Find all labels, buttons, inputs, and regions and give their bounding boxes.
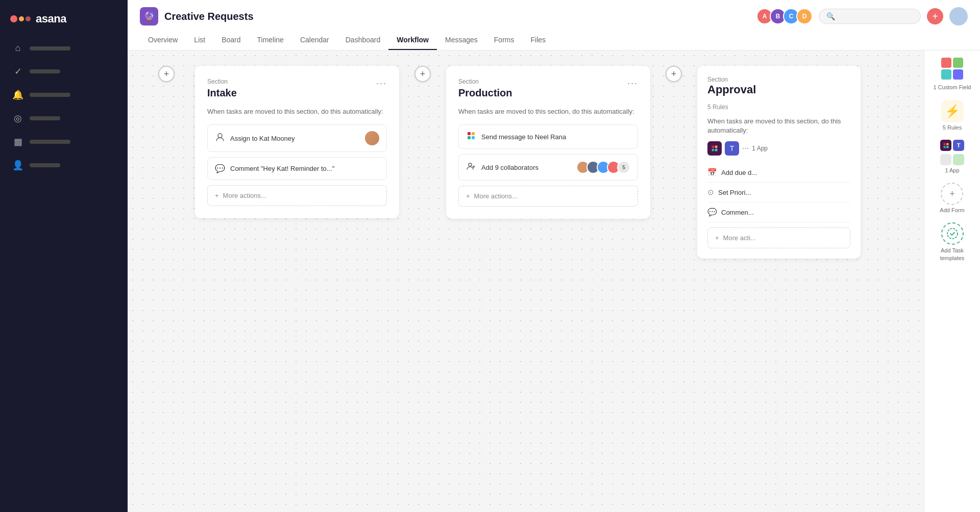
comment-icon-approval: 💬: [707, 208, 717, 217]
add-task-templates-section[interactable]: Add Task templates: [928, 222, 976, 262]
calendar-icon: 📅: [707, 168, 717, 177]
tab-dashboard[interactable]: Dashboard: [337, 31, 389, 50]
svg-point-5: [469, 163, 472, 166]
nav-tabs: Overview List Board Timeline Calendar Da…: [140, 31, 968, 50]
app-integration-section[interactable]: T 1 App: [940, 140, 964, 173]
tab-list[interactable]: List: [186, 31, 213, 50]
sidebar-item-people[interactable]: 👤: [6, 155, 121, 176]
swatch-purple: [953, 69, 963, 80]
svg-point-14: [947, 228, 958, 239]
avatar-group: A B C D: [756, 8, 813, 24]
action-comment-intake[interactable]: 💬 Comment "Hey Kat! Reminder to...": [207, 157, 387, 180]
svg-rect-8: [712, 149, 715, 151]
app-icon-3: [940, 154, 951, 165]
rules-badge: 5 Rules: [707, 104, 850, 111]
svg-rect-6: [712, 146, 715, 148]
action-assign-kat[interactable]: Assign to Kat Mooney: [207, 124, 387, 152]
person-icon: 👤: [12, 160, 23, 171]
swatch-teal: [941, 69, 951, 80]
collaborator-avatar-group: 5: [576, 161, 630, 174]
more-actions-intake[interactable]: + More actions...: [207, 185, 387, 206]
plus-icon-approval: +: [715, 234, 719, 242]
add-form-section[interactable]: + Add Form: [940, 183, 964, 213]
tab-workflow[interactable]: Workflow: [388, 31, 437, 50]
slack-icon: [466, 131, 476, 142]
more-actions-production[interactable]: + More actions...: [458, 186, 638, 207]
tab-calendar[interactable]: Calendar: [292, 31, 337, 50]
more-actions-approval[interactable]: + More acti...: [707, 227, 850, 248]
add-due-text: Add due d...: [721, 169, 757, 176]
comment-text: Comment "Hey Kat! Reminder to...": [230, 165, 379, 172]
custom-field-section: 1 Custom Field: [934, 58, 971, 91]
header-actions: A B C D 🔍 +: [756, 7, 968, 25]
section-intake-header: Section Intake ···: [207, 78, 387, 99]
action-add-collaborators[interactable]: Add 9 collaborators 5: [458, 154, 638, 181]
svg-rect-10: [943, 143, 945, 145]
add-section-between-1[interactable]: +: [414, 66, 431, 82]
sidebar-item-insights[interactable]: ◎: [6, 108, 121, 129]
action-send-message[interactable]: Send message to Neel Rana: [458, 124, 638, 149]
section-production-name: Production: [458, 87, 512, 99]
grid-icon: ▦: [12, 136, 23, 147]
svg-rect-7: [715, 146, 718, 148]
section-intake-name: Intake: [207, 87, 237, 99]
tab-overview[interactable]: Overview: [140, 31, 186, 50]
right-panel: 1 Custom Field ⚡ 5 Rules: [924, 50, 980, 512]
logo-area: asana: [0, 8, 128, 38]
set-priority-text: Set Priori...: [718, 189, 751, 196]
sidebar-nav: ⌂ ✓ 🔔 ◎ ▦ 👤: [0, 38, 128, 176]
tab-board[interactable]: Board: [213, 31, 249, 50]
comment-icon: 💬: [215, 164, 225, 173]
add-section-button-left[interactable]: +: [158, 66, 175, 82]
task-template-label: Add Task templates: [928, 247, 976, 262]
search-bar[interactable]: 🔍: [819, 9, 921, 24]
section-intake-label: Section: [207, 78, 237, 85]
sidebar-item-inbox[interactable]: 🔔: [6, 84, 121, 106]
plus-icon: +: [215, 192, 219, 199]
home-icon: ⌂: [12, 43, 23, 54]
sidebar-item-tasks[interactable]: ✓: [6, 61, 121, 82]
section-card-intake: Section Intake ··· When tasks are moved …: [195, 66, 399, 218]
comment-approval-text: Commen...: [721, 209, 754, 216]
assign-kat-text: Assign to Kat Mooney: [230, 135, 360, 142]
slack-app-icon: [707, 141, 722, 156]
sidebar-item-home[interactable]: ⌂: [6, 38, 121, 59]
add-button[interactable]: +: [927, 8, 943, 24]
approval-section-name: Approval: [707, 83, 850, 96]
sidebar-item-portfolios[interactable]: ▦: [6, 131, 121, 152]
section-card-production: Section Production ··· When tasks are mo…: [446, 66, 650, 219]
kat-avatar: [365, 131, 379, 145]
insights-icon: ◎: [12, 113, 23, 124]
header: 🔮 Creative Requests A B C D 🔍 + Overview…: [128, 0, 980, 50]
section-production-menu[interactable]: ···: [627, 78, 638, 89]
add-section-between-2[interactable]: +: [666, 66, 682, 82]
tab-files[interactable]: Files: [522, 31, 554, 50]
search-icon: 🔍: [826, 12, 835, 20]
approval-set-priority[interactable]: ⊙ Set Priori...: [707, 183, 850, 202]
user-avatar[interactable]: [949, 7, 968, 25]
send-message-text: Send message to Neel Rana: [481, 133, 630, 141]
tab-messages[interactable]: Messages: [437, 31, 486, 50]
color-swatches: [941, 58, 963, 80]
approval-add-due[interactable]: 📅 Add due d...: [707, 163, 850, 183]
tab-forms[interactable]: Forms: [486, 31, 523, 50]
svg-rect-1: [468, 132, 471, 135]
app-icons-row: T ··· 1 App: [707, 141, 850, 156]
task-template-icon: [941, 222, 964, 245]
svg-rect-4: [472, 136, 475, 139]
add-form-label: Add Form: [940, 207, 964, 213]
section-intake-menu[interactable]: ···: [376, 78, 387, 89]
approval-comment[interactable]: 💬 Commen...: [707, 202, 850, 222]
svg-rect-3: [468, 136, 471, 139]
approval-desc: When tasks are moved to this section, do…: [707, 117, 850, 135]
tab-timeline[interactable]: Timeline: [249, 31, 292, 50]
project-icon: 🔮: [140, 7, 158, 25]
svg-rect-13: [946, 146, 948, 148]
ms-teams-icon: T: [725, 141, 739, 156]
bell-icon: 🔔: [12, 89, 23, 100]
section-intake-desc: When tasks are moved to this section, do…: [207, 107, 387, 116]
rules-section[interactable]: ⚡ 5 Rules: [941, 100, 964, 131]
svg-rect-2: [472, 132, 475, 135]
avatar: D: [796, 8, 813, 24]
section-production-header: Section Production ···: [458, 78, 638, 99]
